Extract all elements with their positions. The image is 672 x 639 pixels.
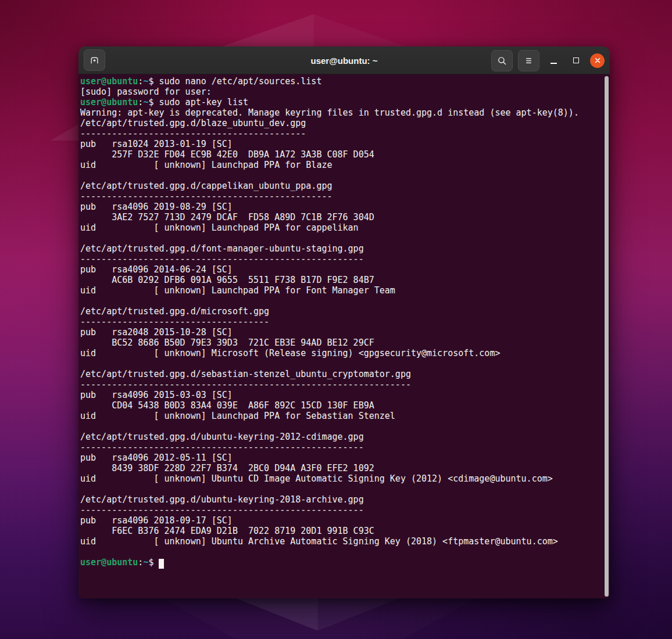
- terminal-line: [80, 358, 600, 369]
- terminal-line: uid [ unknown] Microsoft (Release signin…: [80, 348, 600, 358]
- close-button[interactable]: [590, 53, 605, 68]
- scrollbar[interactable]: [605, 76, 609, 597]
- terminal-line: [80, 170, 600, 181]
- terminal-line: ------------------------------------: [80, 317, 600, 327]
- terminal-line: user@ubuntu:~$ sudo nano /etc/apt/source…: [80, 76, 600, 87]
- terminal-line: Warning: apt-key is deprecated. Manage k…: [80, 107, 600, 118]
- terminal-line: 3AE2 7527 713D 2479 DCAF FD58 A89D 7C1B …: [80, 212, 600, 222]
- terminal-line: /etc/apt/trusted.gpg.d/ubuntu-keyring-20…: [80, 494, 600, 505]
- close-icon: [594, 57, 601, 64]
- terminal-line: [sudo] password for user:: [80, 87, 600, 97]
- terminal-line: [80, 421, 600, 432]
- terminal-line: ----------------------------------------…: [80, 128, 600, 139]
- terminal-window: user@ubuntu: ~: [78, 46, 610, 598]
- terminal-line: /etc/apt/trusted.gpg.d/font-manager-ubun…: [80, 243, 600, 254]
- terminal-line: AC6B 0292 DFB6 091A 9655 5511 F738 B17D …: [80, 275, 600, 285]
- desktop-wallpaper: user@ubuntu: ~: [0, 0, 672, 639]
- terminal-line: [80, 233, 600, 243]
- terminal-content[interactable]: user@ubuntu:~$ sudo nano /etc/apt/source…: [78, 74, 610, 598]
- search-icon: [497, 56, 507, 66]
- terminal-line: ----------------------------------------…: [80, 505, 600, 515]
- terminal-line: pub rsa4096 2014-06-24 [SC]: [80, 264, 600, 275]
- terminal-line: pub rsa4096 2019-08-29 [SC]: [80, 202, 600, 212]
- terminal-line: ----------------------------------------…: [80, 191, 600, 202]
- terminal-line: /etc/apt/trusted.gpg.d/sebastian-stenzel…: [80, 369, 600, 379]
- terminal-line: /etc/apt/trusted.gpg.d/ubuntu-keyring-20…: [80, 432, 600, 442]
- terminal-line: F6EC B376 2474 EDA9 D21B 7022 8719 20D1 …: [80, 526, 600, 536]
- terminal-line: /etc/apt/trusted.gpg.d/microsoft.gpg: [80, 306, 600, 317]
- minimize-icon: [551, 63, 557, 64]
- terminal-line: ----------------------------------------…: [80, 254, 600, 264]
- terminal-line: pub rsa4096 2018-09-17 [SC]: [80, 515, 600, 526]
- hamburger-menu-icon: [524, 56, 533, 65]
- terminal-line: pub rsa4096 2012-05-11 [SC]: [80, 453, 600, 463]
- titlebar-controls: [491, 46, 605, 74]
- terminal-line: uid [ unknown] Launchpad PPA for Blaze: [80, 160, 600, 170]
- terminal-line: uid [ unknown] Launchpad PPA for Sebasti…: [80, 411, 600, 421]
- terminal-line: BC52 8686 B50D 79E3 39D3 721C EB3E 94AD …: [80, 338, 600, 348]
- terminal-cursor: [159, 559, 164, 569]
- terminal-line: [80, 296, 600, 306]
- terminal-line: ----------------------------------------…: [80, 442, 600, 453]
- terminal-line: uid [ unknown] Ubuntu CD Image Automatic…: [80, 473, 600, 484]
- new-tab-button[interactable]: [84, 49, 105, 71]
- minimize-button[interactable]: [545, 50, 562, 71]
- titlebar[interactable]: user@ubuntu: ~: [78, 46, 610, 74]
- terminal-line: uid [ unknown] Launchpad PPA for Font Ma…: [80, 285, 600, 296]
- new-tab-icon: [90, 55, 99, 65]
- terminal-line: pub rsa2048 2015-10-28 [SC]: [80, 327, 600, 338]
- menu-button[interactable]: [518, 50, 539, 71]
- terminal-line: CD04 5438 B0D3 83A4 039E A86F 892C 15CD …: [80, 400, 600, 411]
- terminal-line: ----------------------------------------…: [80, 379, 600, 390]
- terminal-line: user@ubuntu:~$ sudo apt-key list: [80, 97, 600, 107]
- terminal-line: user@ubuntu:~$: [80, 557, 600, 568]
- terminal-line: uid [ unknown] Launchpad PPA for cappeli…: [80, 222, 600, 233]
- terminal-line: 257F D32E FD04 EC9B 42E0 DB9A 1A72 3A3B …: [80, 149, 600, 160]
- terminal-line: [80, 484, 600, 494]
- terminal-line: pub rsa4096 2015-03-03 [SC]: [80, 390, 600, 400]
- terminal-line: [80, 547, 600, 557]
- terminal-line: /etc/apt/trusted.gpg.d/cappelikan_ubuntu…: [80, 181, 600, 191]
- maximize-button[interactable]: [567, 50, 585, 71]
- maximize-icon: [573, 58, 579, 63]
- terminal-line: /etc/apt/trusted.gpg.d/blaze_ubuntu_dev.…: [80, 118, 600, 128]
- terminal-line: pub rsa1024 2013-01-19 [SC]: [80, 139, 600, 149]
- terminal-line: 8439 38DF 228D 22F7 B374 2BC0 D94A A3F0 …: [80, 463, 600, 473]
- search-button[interactable]: [491, 50, 513, 71]
- terminal-line: uid [ unknown] Ubuntu Archive Automatic …: [80, 536, 600, 547]
